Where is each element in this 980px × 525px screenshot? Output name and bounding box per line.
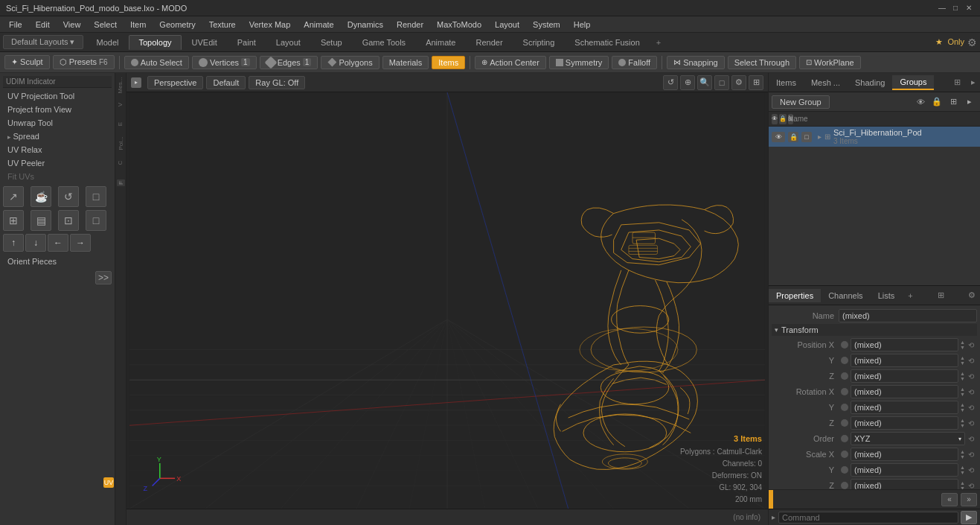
viewport-rotate-icon[interactable]: ↺: [663, 75, 678, 90]
rp-arrow-icon[interactable]: ▸: [962, 95, 977, 109]
menu-help[interactable]: Help: [568, 19, 597, 31]
menu-layout[interactable]: Layout: [489, 19, 525, 31]
prop-pos-y-value[interactable]: (mixed): [851, 354, 958, 367]
prop-rot-y-value[interactable]: (mixed): [851, 401, 958, 414]
prop-rot-x-value[interactable]: (mixed): [851, 385, 958, 398]
vtab-c[interactable]: C: [118, 161, 124, 165]
default-dropdown[interactable]: Default: [206, 76, 246, 89]
spread-item[interactable]: Spread: [3, 130, 112, 143]
command-input[interactable]: [778, 512, 958, 524]
menu-edit[interactable]: Edit: [30, 19, 56, 31]
viewport-expand-icon[interactable]: ⊞: [749, 75, 763, 90]
expand-panel-button[interactable]: >>: [95, 271, 112, 284]
tool-btn-grid3[interactable]: ⊡: [58, 210, 79, 231]
prop-rot-z-arrows[interactable]: ▲▼: [960, 418, 965, 428]
uv-projection-tool[interactable]: UV Projection Tool: [3, 89, 112, 103]
prop-pos-z-dot[interactable]: [841, 372, 848, 380]
prop-scale-y-dot[interactable]: [841, 466, 848, 474]
tool-btn-square[interactable]: □: [86, 186, 106, 207]
prop-order-dot[interactable]: [841, 435, 848, 442]
tab-setup[interactable]: Setup: [311, 35, 352, 50]
prop-pos-y-arrows[interactable]: ▲▼: [960, 355, 965, 366]
rp-tab-expand-icon[interactable]: ⊞: [948, 75, 967, 89]
perspective-dropdown[interactable]: Perspective: [147, 76, 203, 89]
presets-button[interactable]: ⬡ Presets F6: [53, 55, 115, 69]
viewport-menu-icon[interactable]: ▸: [131, 77, 141, 88]
props-tab-properties[interactable]: Properties: [769, 289, 821, 302]
props-next-button[interactable]: »: [961, 493, 977, 506]
prop-scale-x-link[interactable]: ⟲: [965, 451, 977, 459]
menu-view[interactable]: View: [57, 19, 87, 31]
prop-rot-z-value[interactable]: (mixed): [851, 416, 958, 430]
rp-render-icon[interactable]: ⊞: [946, 95, 961, 109]
group-item-pod[interactable]: 👁 🔒 □ ▸ ⊞ Sci_Fi_Hibernation_Pod 3 Items: [769, 127, 980, 147]
prop-scale-x-value[interactable]: (mixed): [851, 448, 958, 461]
project-from-view[interactable]: Project from View: [3, 103, 112, 116]
prop-rot-x-arrows[interactable]: ▲▼: [960, 386, 965, 397]
arrow-up-btn[interactable]: ↑: [3, 234, 24, 252]
menu-maxtomodo[interactable]: MaxToModo: [431, 19, 487, 31]
symmetry-button[interactable]: Symmetry: [549, 56, 609, 69]
command-execute-button[interactable]: ▶: [961, 511, 977, 524]
prop-scale-x-arrows[interactable]: ▲▼: [960, 449, 965, 459]
uv-relax[interactable]: UV Relax: [3, 143, 112, 156]
rp-tab-shading[interactable]: Shading: [848, 76, 892, 89]
name-input[interactable]: [842, 311, 973, 320]
tab-uvedit[interactable]: UVEdit: [182, 35, 227, 50]
vertices-button[interactable]: Vertices 1: [192, 56, 257, 69]
prop-rot-y-link[interactable]: ⟲: [965, 404, 977, 412]
viewport-frame-icon[interactable]: □: [714, 75, 729, 90]
default-layouts-dropdown[interactable]: Default Layouts ▾: [3, 35, 83, 49]
menu-select[interactable]: Select: [88, 19, 123, 31]
prop-rot-x-dot[interactable]: [841, 388, 848, 395]
close-button[interactable]: ✕: [964, 3, 974, 13]
tab-scripting[interactable]: Scripting: [513, 35, 565, 50]
prop-pos-z-link[interactable]: ⟲: [965, 372, 977, 381]
snapping-button[interactable]: ⋈ Snapping: [667, 56, 725, 69]
tab-animate[interactable]: Animate: [416, 35, 465, 50]
arrow-left-btn[interactable]: ←: [48, 234, 68, 252]
tab-render[interactable]: Render: [466, 35, 512, 50]
star-only-toggle[interactable]: ★ Only: [935, 37, 964, 47]
prop-rot-z-link[interactable]: ⟲: [965, 419, 977, 427]
tab-paint[interactable]: Paint: [228, 35, 266, 50]
auto-select-button[interactable]: Auto Select: [124, 56, 189, 69]
uv-peeler[interactable]: UV Peeler: [3, 156, 112, 170]
prop-rot-x-link[interactable]: ⟲: [965, 388, 977, 396]
item-eye-btn[interactable]: 👁: [772, 132, 785, 142]
menu-animate[interactable]: Animate: [298, 19, 339, 31]
menu-system[interactable]: System: [527, 19, 566, 31]
menu-texture[interactable]: Texture: [203, 19, 242, 31]
edges-button[interactable]: Edges 1: [260, 56, 318, 69]
tool-btn-arrow[interactable]: ↗: [3, 186, 24, 207]
menu-file[interactable]: File: [3, 19, 28, 31]
select-through-button[interactable]: Select Through: [728, 56, 796, 69]
rp-expand-icon[interactable]: ▸: [967, 75, 980, 89]
menu-vertex-map[interactable]: Vertex Map: [243, 19, 297, 31]
vtab-f[interactable]: F: [116, 179, 124, 186]
prop-pos-x-dot[interactable]: [841, 341, 848, 349]
tab-layout[interactable]: Layout: [266, 35, 310, 50]
prop-pos-y-link[interactable]: ⟲: [965, 357, 977, 365]
vtab-poly[interactable]: Pol...: [118, 136, 124, 150]
prop-pos-z-arrows[interactable]: ▲▼: [960, 371, 965, 381]
viewport[interactable]: ▸ Perspective Default Ray GL: Off ↺ ⊕ 🔍 …: [126, 73, 768, 525]
maximize-button[interactable]: □: [950, 3, 961, 13]
props-tab-add[interactable]: +: [902, 289, 918, 302]
prop-pos-x-arrows[interactable]: ▲▼: [960, 340, 965, 350]
viewport-settings-icon[interactable]: ⚙: [731, 75, 746, 90]
viewport-search-icon[interactable]: 🔍: [697, 75, 712, 90]
props-tab-lists[interactable]: Lists: [871, 289, 903, 302]
rp-lock-icon[interactable]: 🔒: [929, 95, 944, 109]
tool-btn-cup[interactable]: ☕: [31, 186, 51, 207]
items-button[interactable]: Items: [432, 56, 465, 69]
raygl-dropdown[interactable]: Ray GL: Off: [249, 76, 305, 89]
prop-pos-x-value[interactable]: (mixed): [851, 338, 958, 351]
falloff-button[interactable]: Falloff: [612, 56, 657, 69]
prop-scale-y-value[interactable]: (mixed): [851, 463, 958, 477]
vtab-v[interactable]: V: [118, 103, 124, 106]
item-expand-icon[interactable]: ▸: [818, 133, 822, 141]
prop-rot-z-dot[interactable]: [841, 419, 848, 427]
rp-eye-icon[interactable]: 👁: [913, 95, 928, 109]
menu-render[interactable]: Render: [391, 19, 429, 31]
